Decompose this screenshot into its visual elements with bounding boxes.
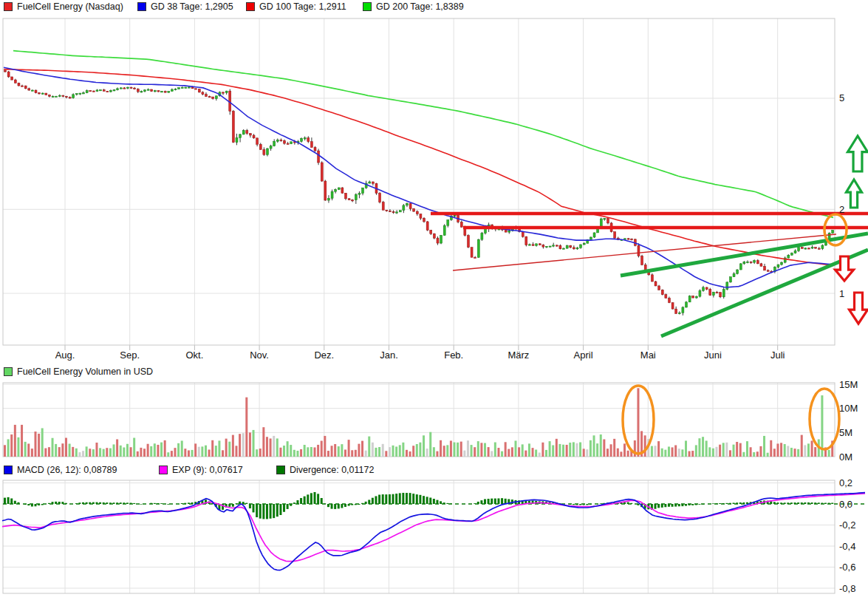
time-axis-labels: Aug.Sep.Okt.Nov.Dez.Jan.Feb.MärzAprilMai… <box>55 350 785 361</box>
macd-swatch-icon <box>4 466 13 474</box>
exp-swatch-icon <box>159 466 168 474</box>
gd38-label: GD 38 Tage: 1,2905 <box>151 1 233 12</box>
price-series-label: FuelCell Energy (Nasdaq) <box>17 1 123 12</box>
svg-text:Juni: Juni <box>704 350 722 361</box>
macd-axis-labels: 0,20,0-0,2-0,4-0,6-0,8 <box>839 479 855 594</box>
legend-item-volume: FuelCell Energy Volumen in USD <box>4 367 153 377</box>
svg-text:Jan.: Jan. <box>380 350 398 361</box>
legend-item-price: FuelCell Energy (Nasdaq) <box>4 1 123 12</box>
volume-chart[interactable]: 15M10M5M0M <box>0 381 868 463</box>
price-chart[interactable]: 521Aug.Sep.Okt.Nov.Dez.Jan.Feb.MärzApril… <box>0 16 868 364</box>
svg-text:Sep.: Sep. <box>120 350 140 361</box>
volume-legend: FuelCell Energy Volumen in USD <box>0 365 868 380</box>
down-arrow-icon <box>850 293 868 324</box>
macd-legend: MACD (26, 12): 0,08789 EXP (9): 0,07617 … <box>0 463 868 478</box>
svg-text:März: März <box>508 350 529 361</box>
svg-text:0M: 0M <box>839 451 852 463</box>
svg-text:5M: 5M <box>839 427 852 438</box>
macd-plot: 0,20,0-0,2-0,4-0,6-0,8 <box>2 479 866 594</box>
svg-text:15M: 15M <box>839 381 858 390</box>
candles-layer <box>4 70 834 316</box>
gd200-swatch-icon <box>363 2 372 11</box>
svg-text:-0,6: -0,6 <box>839 562 855 573</box>
svg-text:Juli: Juli <box>770 350 785 361</box>
legend-item-divergence: Divergence: 0,01172 <box>276 465 374 475</box>
svg-text:Aug.: Aug. <box>55 350 75 361</box>
gd38-line <box>4 67 831 287</box>
up-arrow-icon <box>847 180 862 208</box>
volume-swatch-icon <box>4 367 13 376</box>
macd-chart[interactable]: 0,20,0-0,2-0,4-0,6-0,8 <box>0 479 868 600</box>
gd100-line <box>4 69 831 265</box>
gd38-swatch-icon <box>137 2 146 11</box>
svg-text:-0,8: -0,8 <box>839 583 855 594</box>
svg-text:1: 1 <box>839 288 844 299</box>
svg-text:10M: 10M <box>839 403 858 414</box>
chart-page: { "header_legend": { "items": [ {"label"… <box>0 0 868 600</box>
main-chart-legend: FuelCell Energy (Nasdaq) GD 38 Tage: 1,2… <box>0 0 868 15</box>
svg-text:Okt.: Okt. <box>185 350 203 361</box>
legend-item-gd38: GD 38 Tage: 1,2905 <box>137 1 233 12</box>
svg-text:-0,4: -0,4 <box>839 541 855 552</box>
grid-layer <box>3 18 835 350</box>
svg-text:0,2: 0,2 <box>839 479 852 488</box>
exp-label: EXP (9): 0,07617 <box>172 465 243 475</box>
legend-item-macd: MACD (26, 12): 0,08789 <box>4 465 117 475</box>
price-series-swatch-icon <box>4 2 13 11</box>
svg-text:Mai: Mai <box>640 350 656 361</box>
up-arrow-icon <box>848 136 868 171</box>
svg-text:Dez.: Dez. <box>314 350 334 361</box>
divergence-label: Divergence: 0,01172 <box>290 465 374 475</box>
volume-label: FuelCell Energy Volumen in USD <box>17 367 153 377</box>
svg-text:0,0: 0,0 <box>839 499 852 510</box>
legend-item-gd100: GD 100 Tage: 1,2911 <box>246 1 346 12</box>
gd100-label: GD 100 Tage: 1,2911 <box>259 1 346 12</box>
volume-bars-layer <box>4 388 833 457</box>
svg-text:Feb.: Feb. <box>444 350 463 361</box>
macd-label: MACD (26, 12): 0,08789 <box>17 465 117 475</box>
down-arrow-icon <box>835 256 854 281</box>
volume-plot: 15M10M5M0M <box>3 381 858 463</box>
green-trend-upper <box>621 233 868 276</box>
svg-text:April: April <box>574 350 593 361</box>
volume-axis-labels: 15M10M5M0M <box>839 381 858 463</box>
svg-text:5: 5 <box>839 92 844 103</box>
legend-item-exp: EXP (9): 0,07617 <box>159 465 243 475</box>
legend-item-gd200: GD 200 Tage: 1,8389 <box>363 1 464 12</box>
divergence-swatch-icon <box>276 466 285 474</box>
price-plot: 521Aug.Sep.Okt.Nov.Dez.Jan.Feb.MärzApril… <box>3 18 868 361</box>
svg-text:2: 2 <box>839 204 844 215</box>
gd200-label: GD 200 Tage: 1,8389 <box>376 1 464 12</box>
gd100-swatch-icon <box>246 2 255 11</box>
svg-text:-0,2: -0,2 <box>839 519 855 531</box>
svg-text:Nov.: Nov. <box>250 350 269 361</box>
